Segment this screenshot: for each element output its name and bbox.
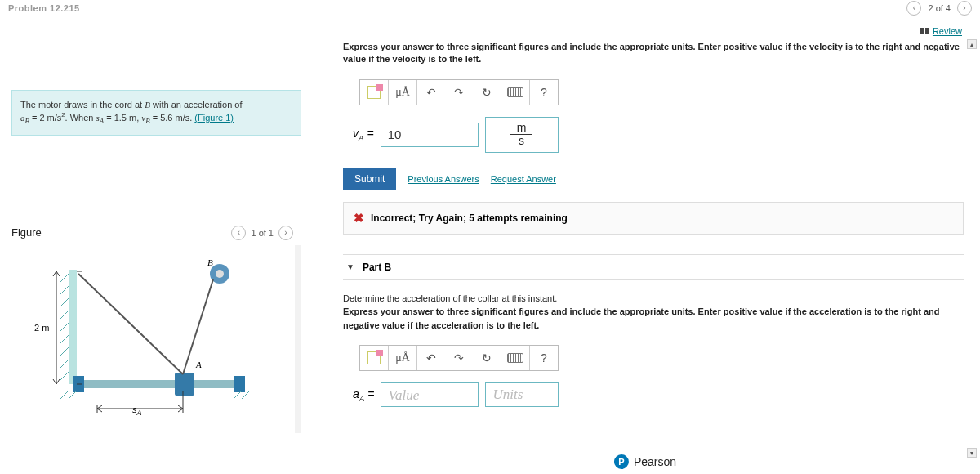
part-a-units-box[interactable]: ms: [485, 117, 559, 153]
problem-counter: 2 of 4: [928, 3, 951, 13]
svg-line-13: [60, 391, 69, 399]
figure-label-b: B: [207, 257, 213, 267]
next-problem-button[interactable]: ›: [957, 1, 972, 16]
previous-answers-link[interactable]: Previous Answers: [408, 174, 479, 184]
template-icon[interactable]: [360, 80, 388, 105]
svg-line-9: [60, 372, 69, 380]
pearson-logo-icon: P: [614, 454, 629, 469]
right-column: Review ▴ ▾ Express your answer to three …: [310, 16, 980, 474]
undo-button[interactable]: ↶: [417, 80, 445, 105]
svg-rect-0: [69, 270, 77, 384]
help-button[interactable]: ?: [530, 80, 558, 105]
special-chars-button[interactable]: μÅ: [389, 80, 416, 105]
svg-line-18: [78, 274, 183, 374]
svg-line-5: [60, 323, 69, 331]
problem-statement: The motor draws in the cord at B with an…: [11, 90, 301, 136]
svg-point-20: [216, 270, 224, 278]
window-top-bar: Problem 12.215 ‹ 2 of 4 ›: [0, 0, 980, 16]
formula-toolbar-a: μÅ ↶ ↷ ↻ ?: [359, 79, 559, 105]
figure-prev-button[interactable]: ‹: [231, 226, 246, 240]
svg-line-3: [60, 298, 69, 306]
scroll-up-button[interactable]: ▴: [967, 39, 977, 49]
review-link[interactable]: Review: [920, 26, 962, 36]
svg-line-1: [60, 274, 69, 282]
caret-down-icon: ▼: [346, 262, 354, 271]
part-a-variable-label: vA =: [353, 127, 374, 142]
svg-line-8: [60, 360, 69, 368]
keyboard-icon[interactable]: [501, 346, 529, 370]
incorrect-icon: ✖: [354, 211, 364, 226]
figure-label-sa: sA: [132, 405, 142, 417]
footer-brand: P Pearson: [614, 454, 676, 469]
figure-dim-2m: 2 m: [34, 323, 49, 333]
feedback-text: Incorrect; Try Again; 5 attempts remaini…: [371, 212, 568, 224]
svg-line-4: [60, 311, 69, 319]
formula-toolbar-b: μÅ ↶ ↷ ↻ ?: [359, 345, 559, 371]
left-column: The motor draws in the cord at B with an…: [0, 16, 310, 474]
scroll-down-button[interactable]: ▾: [967, 448, 977, 458]
request-answer-link[interactable]: Request Answer: [491, 174, 556, 184]
prev-problem-button[interactable]: ‹: [906, 1, 921, 16]
part-b-title: Part B: [363, 262, 391, 273]
redo-button[interactable]: ↷: [445, 346, 473, 370]
reset-button[interactable]: ↻: [473, 80, 501, 105]
svg-line-2: [60, 286, 69, 294]
svg-rect-12: [234, 376, 245, 392]
figure-pager: ‹ 1 of 1 ›: [231, 226, 293, 240]
problem-label: Problem 12.215: [8, 3, 80, 13]
part-b-value-input[interactable]: [381, 382, 479, 407]
part-b-prompt: Determine the acceleration of the collar…: [343, 292, 964, 333]
submit-button[interactable]: Submit: [343, 168, 396, 190]
part-b-header[interactable]: ▼ Part B: [343, 254, 964, 280]
svg-line-6: [60, 335, 69, 343]
special-chars-button[interactable]: μÅ: [389, 346, 416, 370]
reset-button[interactable]: ↻: [473, 346, 501, 370]
template-icon[interactable]: [360, 346, 388, 370]
help-button[interactable]: ?: [530, 346, 558, 370]
figure-canvas: 2 m A B sA: [11, 245, 301, 433]
svg-line-7: [60, 347, 69, 356]
part-a-instruction: Express your answer to three significant…: [343, 41, 964, 66]
undo-button[interactable]: ↶: [417, 346, 445, 370]
figure-next-button[interactable]: ›: [278, 226, 293, 240]
keyboard-icon[interactable]: [501, 80, 529, 105]
figure-pager-label: 1 of 1: [251, 228, 274, 238]
figure-title: Figure: [11, 226, 42, 239]
figure-label-a: A: [196, 360, 202, 369]
part-b-variable-label: aA =: [353, 387, 374, 403]
feedback-box: ✖ Incorrect; Try Again; 5 attempts remai…: [343, 202, 964, 235]
figure-link[interactable]: (Figure 1): [194, 113, 234, 123]
part-b-units-input[interactable]: [485, 382, 559, 407]
redo-button[interactable]: ↷: [445, 80, 473, 105]
part-a-value-input[interactable]: [381, 123, 479, 147]
svg-rect-17: [175, 373, 194, 396]
